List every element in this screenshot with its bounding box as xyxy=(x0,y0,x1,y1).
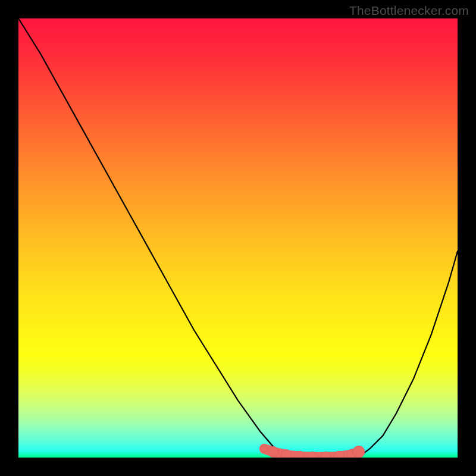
bottleneck-curve xyxy=(18,18,458,458)
highlight-marker xyxy=(281,450,292,458)
chart-svg xyxy=(18,18,458,458)
highlight-marker xyxy=(268,446,278,457)
plot-area xyxy=(18,18,458,458)
highlight-marker xyxy=(353,446,365,458)
highlight-marker xyxy=(261,445,268,452)
chart-frame: TheBottlenecker.com xyxy=(0,0,476,476)
attribution-label: TheBottlenecker.com xyxy=(349,4,469,18)
